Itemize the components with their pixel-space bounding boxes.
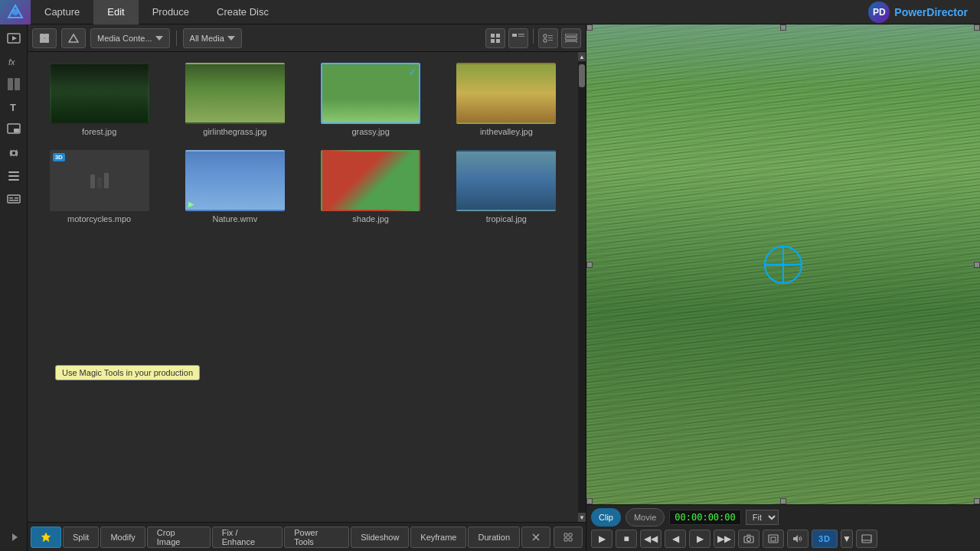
sidebar-pip-icon[interactable] bbox=[2, 119, 25, 141]
volume-btn[interactable] bbox=[787, 530, 808, 548]
clip-btn[interactable]: Clip bbox=[591, 508, 621, 527]
media-thumb-nature: ▶ bbox=[185, 150, 285, 211]
svg-rect-29 bbox=[496, 39, 500, 43]
svg-marker-52 bbox=[793, 535, 798, 543]
sidebar-fx-icon[interactable]: fx bbox=[2, 51, 25, 72]
svg-rect-44 bbox=[564, 533, 567, 536]
svg-text:T: T bbox=[10, 102, 16, 113]
crop-image-btn[interactable]: Crop Image bbox=[147, 527, 211, 548]
edit-toolbar: Use Magic Tools in your production Split… bbox=[28, 522, 586, 551]
stop-btn[interactable]: ■ bbox=[616, 530, 637, 548]
delete-btn[interactable] bbox=[521, 527, 550, 548]
prev-frame-btn[interactable]: ◀◀ bbox=[640, 530, 662, 548]
properties-btn[interactable] bbox=[554, 527, 583, 548]
main-layout: fx T bbox=[0, 24, 980, 551]
output-btn[interactable] bbox=[856, 530, 877, 548]
media-name-shade: shade.jpg bbox=[352, 214, 389, 223]
modify-btn[interactable]: Modify bbox=[100, 527, 145, 548]
next-frame-btn[interactable]: ▶▶ bbox=[714, 530, 735, 548]
menu-edit[interactable]: Edit bbox=[93, 0, 138, 24]
handle-bot-mid[interactable] bbox=[780, 498, 786, 504]
media-room-btn[interactable] bbox=[32, 28, 57, 48]
grid-view-btn[interactable] bbox=[485, 28, 505, 48]
app-logo bbox=[0, 0, 31, 24]
handle-bot-left[interactable] bbox=[586, 498, 593, 504]
edit-toolbar-right bbox=[521, 527, 583, 548]
svg-rect-35 bbox=[548, 35, 553, 36]
handle-top-mid[interactable] bbox=[780, 24, 786, 31]
media-item-nature[interactable]: ▶ Nature.wmv bbox=[171, 147, 299, 227]
media-import-btn[interactable] bbox=[61, 28, 86, 48]
svg-rect-26 bbox=[491, 34, 495, 37]
svg-rect-31 bbox=[518, 34, 524, 35]
fit-dropdown[interactable]: Fit bbox=[746, 510, 779, 525]
keyframe-btn[interactable]: Keyframe bbox=[410, 527, 466, 548]
preview-controls: Clip Movie 00:00:00:00 Fit ▶ ■ ◀◀ ◀ ▶ ▶▶ bbox=[586, 504, 980, 551]
media-item-tropical[interactable]: tropical.jpg bbox=[443, 147, 570, 227]
menu-capture[interactable]: Capture bbox=[31, 0, 93, 24]
svg-rect-22 bbox=[44, 38, 49, 43]
split-btn[interactable]: Split bbox=[63, 527, 99, 548]
sidebar-media-icon[interactable] bbox=[2, 28, 25, 49]
left-sidebar: fx T bbox=[0, 24, 28, 551]
svg-rect-30 bbox=[512, 34, 517, 37]
sidebar-audio-icon[interactable] bbox=[2, 142, 25, 164]
3d-dropdown-btn[interactable]: ▼ bbox=[841, 530, 853, 548]
svg-point-1 bbox=[12, 9, 18, 15]
media-item-girl[interactable]: girlinthegrass.jpg bbox=[171, 60, 299, 139]
media-grid-container: forest.jpg girlinthegrass.jpg ✓ grassy.j… bbox=[28, 52, 586, 522]
list-view-btn[interactable] bbox=[561, 28, 581, 48]
top-menu-bar: Capture Edit Produce Create Disc PD Powe… bbox=[0, 0, 980, 24]
svg-rect-17 bbox=[9, 200, 18, 201]
handle-top-left[interactable] bbox=[586, 24, 593, 31]
scroll-thumb[interactable] bbox=[579, 64, 585, 87]
handle-mid-right[interactable] bbox=[974, 262, 980, 268]
3d-mode-btn[interactable]: 3D bbox=[812, 530, 838, 548]
menu-create-disc[interactable]: Create Disc bbox=[203, 0, 283, 24]
media-item-valley[interactable]: inthevalley.jpg bbox=[443, 60, 570, 139]
svg-marker-41 bbox=[41, 533, 51, 542]
movie-btn[interactable]: Movie bbox=[626, 508, 665, 527]
sidebar-collapse-icon[interactable] bbox=[8, 532, 19, 545]
media-name-girl: girlinthegrass.jpg bbox=[203, 127, 266, 136]
svg-rect-45 bbox=[569, 533, 572, 536]
svg-marker-25 bbox=[227, 36, 235, 41]
sidebar-chapters-icon[interactable] bbox=[2, 165, 25, 187]
sidebar-title-icon[interactable]: T bbox=[2, 96, 25, 118]
svg-rect-39 bbox=[565, 37, 577, 40]
power-tools-btn[interactable]: Power Tools bbox=[284, 527, 349, 548]
sort-btn[interactable] bbox=[538, 28, 558, 48]
media-scrollbar[interactable]: ▲ ▼ bbox=[578, 52, 586, 522]
scroll-up-btn[interactable]: ▲ bbox=[578, 52, 586, 61]
media-thumb-shade bbox=[321, 150, 420, 211]
snapshot-btn[interactable] bbox=[738, 530, 760, 548]
prev-btn[interactable]: ◀ bbox=[665, 530, 686, 548]
svg-rect-5 bbox=[8, 78, 13, 90]
detail-view-btn[interactable] bbox=[508, 28, 528, 48]
media-thumb-grassy: ✓ bbox=[321, 63, 420, 124]
handle-bot-right[interactable] bbox=[974, 498, 980, 504]
magic-tools-btn[interactable] bbox=[31, 527, 61, 548]
svg-rect-53 bbox=[862, 535, 871, 543]
fullscreen-btn[interactable] bbox=[763, 530, 784, 548]
handle-top-right[interactable] bbox=[974, 24, 980, 31]
media-item-shade[interactable]: shade.jpg bbox=[307, 147, 435, 227]
duration-btn[interactable]: Duration bbox=[468, 527, 520, 548]
next-btn[interactable]: ▶ bbox=[689, 530, 710, 548]
source-dropdown-btn[interactable]: Media Conte... bbox=[90, 28, 170, 48]
slideshow-btn[interactable]: Slideshow bbox=[351, 527, 409, 548]
fix-enhance-btn[interactable]: Fix / Enhance bbox=[212, 527, 283, 548]
menu-produce[interactable]: Produce bbox=[139, 0, 203, 24]
scroll-down-btn[interactable]: ▼ bbox=[578, 513, 586, 522]
view-buttons bbox=[485, 28, 581, 48]
media-item-grassy[interactable]: ✓ grassy.jpg bbox=[307, 60, 435, 139]
handle-mid-left[interactable] bbox=[586, 262, 593, 268]
play-btn[interactable]: ▶ bbox=[591, 530, 612, 548]
media-item-forest[interactable]: forest.jpg bbox=[35, 60, 163, 139]
media-item-moto[interactable]: 3D motorcycles.mpo bbox=[35, 147, 163, 227]
svg-rect-28 bbox=[491, 39, 495, 43]
sidebar-transitions-icon[interactable] bbox=[2, 73, 25, 95]
crosshair-circle: + bbox=[764, 246, 802, 284]
filter-dropdown-btn[interactable]: All Media bbox=[183, 28, 242, 48]
sidebar-subtitle-icon[interactable] bbox=[2, 188, 25, 210]
